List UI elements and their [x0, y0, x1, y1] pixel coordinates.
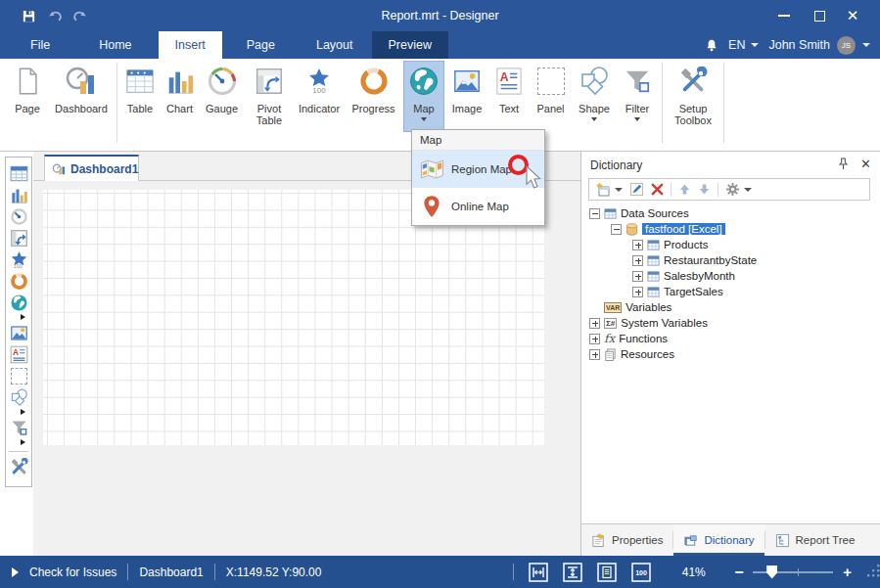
- toolbox-map-flyout-arrow-icon[interactable]: [21, 314, 25, 320]
- dashboard-tab-icon: [52, 162, 66, 176]
- dashboard-design-surface[interactable]: [43, 190, 544, 445]
- expand-toggle-icon[interactable]: [632, 255, 643, 266]
- ribbon-panel-button[interactable]: Panel: [529, 61, 573, 132]
- tree-node-resources[interactable]: Resources: [581, 346, 878, 362]
- toolbox-shape-icon[interactable]: [6, 386, 31, 408]
- tree-node-data-sources[interactable]: Data Sources: [581, 205, 878, 221]
- database-icon: [625, 223, 638, 236]
- zoom-slider[interactable]: [753, 571, 833, 573]
- tree-node-fastfood[interactable]: fastfood [Excel]: [581, 221, 878, 237]
- document-tab-dashboard1[interactable]: Dashboard1: [44, 155, 139, 181]
- ribbon-page-button[interactable]: Page: [6, 61, 49, 132]
- ribbon-progress-button[interactable]: Progress: [344, 61, 403, 132]
- zoom-out-button[interactable]: −: [733, 564, 746, 581]
- zoom-in-button[interactable]: +: [841, 564, 854, 580]
- expand-toggle-icon[interactable]: [589, 334, 600, 344]
- ribbon-gauge-button[interactable]: Gauge: [200, 61, 244, 132]
- zoom-slider-thumb[interactable]: [766, 565, 777, 579]
- edit-button[interactable]: [629, 182, 644, 197]
- toolbox-text-icon[interactable]: A: [6, 343, 31, 365]
- ribbon-chart-button[interactable]: Chart: [160, 61, 200, 132]
- toolbox-divider: [9, 451, 28, 452]
- toolbox-gauge-icon[interactable]: [6, 205, 31, 227]
- tab-page[interactable]: Page: [230, 31, 292, 59]
- minimize-button[interactable]: [769, 0, 799, 31]
- zoom-100-button[interactable]: 100: [631, 563, 651, 582]
- tab-home[interactable]: Home: [82, 31, 148, 59]
- expand-toggle-icon[interactable]: [632, 271, 643, 282]
- check-issues-play-icon[interactable]: [12, 567, 19, 577]
- ribbon-shape-button[interactable]: Shape: [573, 61, 616, 132]
- collapse-toggle-icon[interactable]: [589, 208, 600, 219]
- online-map-icon: [412, 194, 451, 220]
- table-icon: [647, 254, 660, 267]
- toolbox-filter-icon[interactable]: [6, 417, 31, 438]
- notifications-bell-icon[interactable]: [705, 38, 718, 53]
- check-for-issues-button[interactable]: Check for Issues: [29, 565, 116, 579]
- data-sources-icon: [604, 207, 617, 220]
- collapse-toggle-icon[interactable]: [611, 224, 622, 235]
- tree-node-restaurantbystate[interactable]: RestaurantbyState: [581, 252, 878, 268]
- close-button[interactable]: ✕: [838, 0, 867, 31]
- toolbox-filter-flyout-arrow-icon[interactable]: [21, 439, 25, 445]
- text-icon: A: [490, 64, 528, 99]
- settings-button[interactable]: [725, 182, 752, 197]
- new-item-button[interactable]: [595, 182, 623, 198]
- tab-file[interactable]: File: [14, 31, 67, 59]
- statusbar-page-name[interactable]: Dashboard1: [139, 565, 203, 579]
- tab-insert[interactable]: Insert: [159, 31, 222, 59]
- zoom-page-height-button[interactable]: [563, 563, 582, 582]
- move-up-button[interactable]: [678, 183, 691, 196]
- tree-node-salesbymonth[interactable]: SalesbyMonth: [581, 268, 878, 284]
- tab-layout[interactable]: Layout: [300, 31, 370, 59]
- tab-properties[interactable]: Properties: [581, 524, 672, 556]
- panel-close-icon[interactable]: ✕: [860, 158, 871, 170]
- tab-report-tree[interactable]: Report Tree: [765, 524, 865, 556]
- ribbon-indicator-button[interactable]: 100 Indicator: [295, 61, 344, 132]
- ribbon-table-button[interactable]: Table: [120, 61, 160, 132]
- expand-toggle-icon[interactable]: [632, 287, 643, 297]
- user-menu[interactable]: John Smith JS: [768, 36, 870, 55]
- maximize-button[interactable]: [805, 0, 834, 31]
- tree-node-system-variables[interactable]: Σ# System Variables: [581, 315, 878, 331]
- ribbon-filter-button[interactable]: Filter: [616, 61, 659, 132]
- left-strip: 100 A: [0, 152, 33, 556]
- toolbox-shape-flyout-arrow-icon[interactable]: [21, 409, 25, 415]
- ribbon-image-button[interactable]: Image: [444, 61, 489, 132]
- dictionary-tab-icon: [683, 533, 698, 548]
- pin-icon[interactable]: [838, 158, 849, 170]
- move-down-button[interactable]: [698, 183, 711, 196]
- setup-toolbox-icon: [667, 64, 719, 99]
- tree-node-variables[interactable]: VAR Variables: [581, 299, 878, 315]
- tree-node-functions[interactable]: fx Functions: [581, 331, 878, 346]
- zoom-whole-page-button[interactable]: [597, 563, 617, 582]
- language-selector[interactable]: EN: [728, 38, 759, 52]
- toolbox-table-icon[interactable]: [6, 162, 31, 184]
- ribbon-map-button[interactable]: Map: [403, 61, 444, 132]
- ribbon-pivot-table-button[interactable]: Pivot Table: [244, 61, 295, 132]
- toolbox-panel-icon[interactable]: [6, 365, 31, 386]
- toolbox-chart-icon[interactable]: [6, 184, 31, 205]
- chart-icon: [161, 64, 199, 99]
- gauge-icon: [201, 64, 243, 99]
- tab-dictionary[interactable]: Dictionary: [673, 524, 764, 556]
- toolbox-progress-icon[interactable]: [6, 270, 31, 292]
- titlebar: Report.mrt - Designer ✕: [0, 0, 880, 31]
- toolbox-map-icon[interactable]: [6, 292, 31, 313]
- tree-node-targetsales[interactable]: TargetSales: [581, 284, 878, 299]
- ribbon-setup-toolbox-button[interactable]: Setup Toolbox: [666, 61, 720, 132]
- zoom-page-width-button[interactable]: [529, 563, 548, 582]
- toolbox-indicator-icon[interactable]: 100: [6, 249, 31, 270]
- resize-grip-icon[interactable]: [867, 565, 880, 580]
- expand-toggle-icon[interactable]: [632, 240, 643, 250]
- expand-toggle-icon[interactable]: [589, 349, 600, 360]
- tab-preview[interactable]: Preview: [372, 31, 448, 59]
- toolbox-setup-icon[interactable]: [6, 456, 31, 477]
- toolbox-pivot-table-icon[interactable]: [6, 227, 31, 249]
- ribbon-dashboard-button[interactable]: Dashboard: [49, 61, 114, 132]
- tree-node-products[interactable]: Products: [581, 237, 878, 252]
- ribbon-text-button[interactable]: A Text: [489, 61, 529, 132]
- toolbox-image-icon[interactable]: [6, 322, 31, 343]
- expand-toggle-icon[interactable]: [589, 318, 600, 329]
- delete-button[interactable]: [651, 183, 664, 196]
